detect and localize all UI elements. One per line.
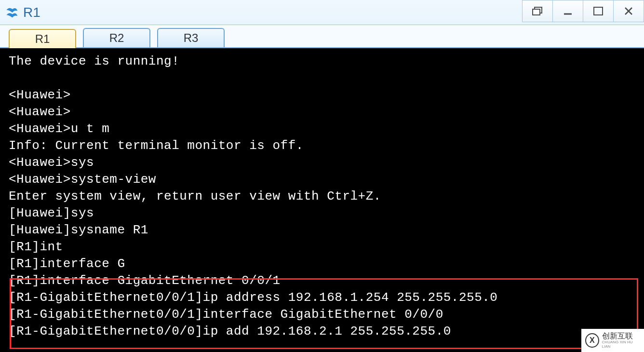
- tab-strip: R1 R2 R3: [0, 25, 644, 48]
- watermark: X 创新互联 CHUANG XIN HU LIAN: [581, 329, 644, 352]
- close-button[interactable]: [613, 0, 644, 22]
- watermark-logo-letter: X: [590, 336, 595, 345]
- titlebar: R1: [0, 0, 644, 25]
- restore-icon: [531, 6, 544, 16]
- watermark-subtext: CHUANG XIN HU LIAN: [602, 340, 640, 349]
- window-controls: [523, 0, 644, 23]
- terminal-output: The device is running! <Huawei> <Huawei>…: [9, 53, 635, 340]
- maximize-button[interactable]: [583, 0, 614, 22]
- ensp-icon: [5, 6, 18, 19]
- tab-label: R3: [184, 31, 199, 45]
- close-icon: [622, 6, 635, 16]
- tab-label: R2: [109, 31, 124, 45]
- svg-rect-3: [594, 7, 603, 15]
- tab-label: R1: [35, 32, 50, 46]
- tab-r1[interactable]: R1: [9, 29, 76, 48]
- restore-button[interactable]: [522, 0, 553, 22]
- minimize-button[interactable]: [552, 0, 583, 22]
- tab-r2[interactable]: R2: [83, 28, 150, 47]
- window-title: R1: [23, 5, 40, 20]
- maximize-icon: [592, 6, 604, 16]
- tab-r3[interactable]: R3: [157, 28, 225, 47]
- minimize-icon: [562, 6, 574, 16]
- svg-rect-1: [533, 9, 540, 15]
- watermark-text: 创新互联: [602, 332, 640, 340]
- watermark-logo-icon: X: [585, 333, 599, 348]
- terminal-pane[interactable]: The device is running! <Huawei> <Huawei>…: [0, 48, 644, 352]
